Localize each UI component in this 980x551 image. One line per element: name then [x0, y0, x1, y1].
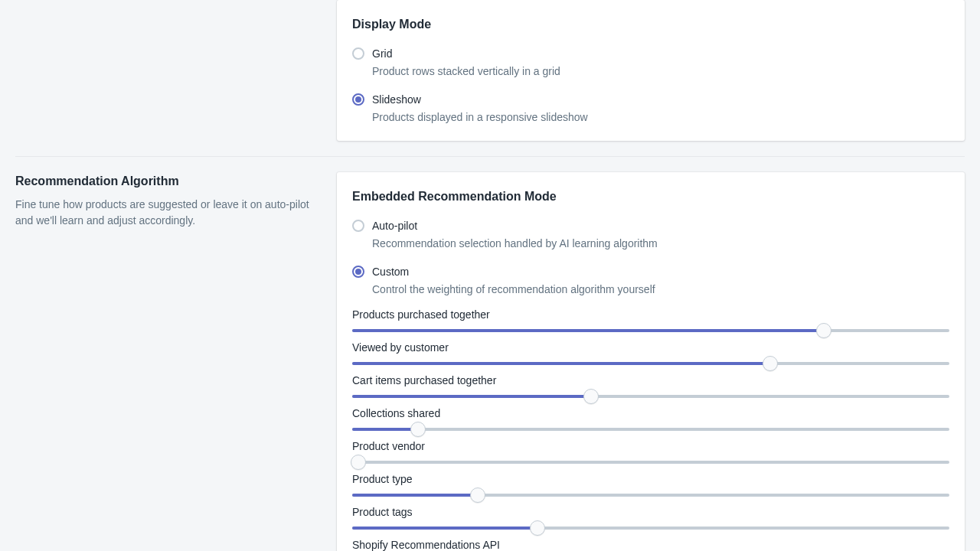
slider-cart-items-purchased-together: Cart items purchased together	[352, 373, 949, 398]
slider-thumb[interactable]	[530, 520, 545, 536]
slider-label: Viewed by customer	[352, 340, 949, 356]
slider-label: Cart items purchased together	[352, 373, 949, 389]
slider-track[interactable]	[352, 461, 949, 464]
slider-thumb[interactable]	[816, 323, 831, 338]
display-mode-card: Display Mode Grid Product rows stacked v…	[337, 0, 965, 141]
radio-desc-grid: Product rows stacked vertically in a gri…	[372, 64, 560, 80]
radio-autopilot[interactable]: Auto-pilot Recommendation selection hand…	[352, 218, 949, 252]
slider-products-purchased-together: Products purchased together	[352, 307, 949, 332]
radio-slideshow[interactable]: Slideshow Products displayed in a respon…	[352, 92, 949, 126]
slider-track[interactable]	[352, 527, 949, 530]
radio-circle-custom[interactable]	[352, 266, 364, 278]
recommendation-section: Recommendation Algorithm Fine tune how p…	[15, 157, 965, 551]
radio-desc-slideshow: Products displayed in a responsive slide…	[372, 109, 588, 126]
slider-product-tags: Product tags	[352, 504, 949, 530]
slider-viewed-by-customer: Viewed by customer	[352, 340, 949, 365]
slider-thumb[interactable]	[583, 389, 599, 404]
slider-thumb[interactable]	[763, 356, 778, 371]
slider-track[interactable]	[352, 494, 949, 497]
slider-fill	[352, 362, 770, 365]
slider-label: Collections shared	[352, 406, 949, 422]
slider-fill	[352, 527, 537, 530]
slider-fill	[352, 494, 478, 497]
radio-label-grid: Grid	[372, 46, 560, 62]
radio-label-autopilot: Auto-pilot	[372, 218, 658, 234]
embedded-mode-heading: Embedded Recommendation Mode	[352, 187, 949, 206]
slider-label: Product vendor	[352, 439, 949, 455]
slider-fill	[352, 428, 418, 431]
recommendation-title: Recommendation Algorithm	[15, 172, 318, 191]
slider-label: Shopify Recommendations API	[352, 537, 949, 551]
display-mode-heading: Display Mode	[352, 15, 949, 34]
radio-custom[interactable]: Custom Control the weighting of recommen…	[352, 264, 949, 298]
radio-circle-autopilot[interactable]	[352, 220, 364, 232]
slider-thumb[interactable]	[470, 487, 485, 503]
radio-grid[interactable]: Grid Product rows stacked vertically in …	[352, 46, 949, 80]
recommendation-header: Recommendation Algorithm Fine tune how p…	[15, 172, 337, 229]
slider-label: Product tags	[352, 504, 949, 520]
slider-track[interactable]	[352, 329, 949, 332]
slider-track[interactable]	[352, 362, 949, 365]
slider-product-type: Product type	[352, 471, 949, 497]
slider-product-vendor: Product vendor	[352, 439, 949, 464]
slider-label: Product type	[352, 471, 949, 487]
radio-label-slideshow: Slideshow	[372, 92, 588, 108]
radio-desc-autopilot: Recommendation selection handled by AI l…	[372, 236, 658, 252]
slider-shopify-recommendations-api: Shopify Recommendations API	[352, 537, 949, 551]
radio-desc-custom: Control the weighting of recommendation …	[372, 282, 655, 298]
slider-collections-shared: Collections shared	[352, 406, 949, 431]
slider-thumb[interactable]	[410, 422, 426, 437]
slider-fill	[352, 329, 824, 332]
display-mode-section: Display Mode Grid Product rows stacked v…	[15, 0, 965, 157]
slider-thumb[interactable]	[351, 455, 366, 470]
slider-label: Products purchased together	[352, 307, 949, 323]
slider-track[interactable]	[352, 395, 949, 398]
radio-label-custom: Custom	[372, 264, 655, 280]
radio-circle-slideshow[interactable]	[352, 93, 364, 106]
recommendation-desc: Fine tune how products are suggested or …	[15, 197, 318, 229]
slider-fill	[352, 395, 591, 398]
slider-track[interactable]	[352, 428, 949, 431]
recommendation-card: Embedded Recommendation Mode Auto-pilot …	[337, 172, 965, 551]
radio-circle-grid[interactable]	[352, 47, 364, 60]
